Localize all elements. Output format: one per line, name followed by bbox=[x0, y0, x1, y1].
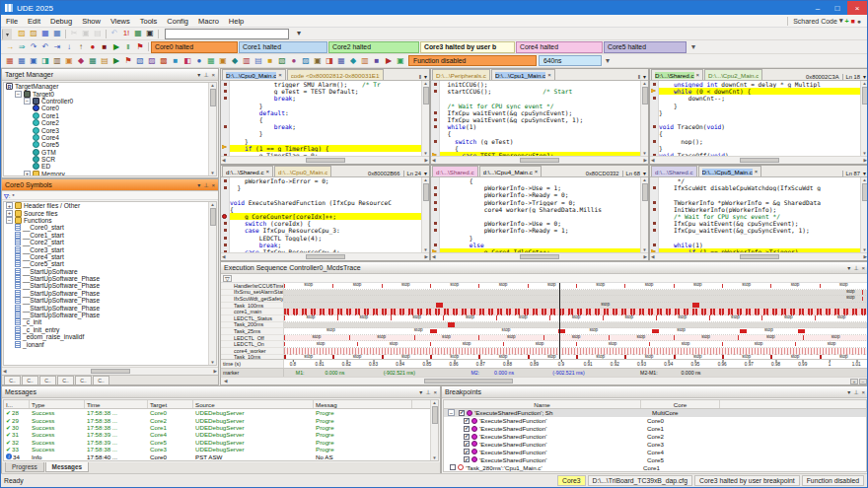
scroll-thumb[interactable] bbox=[740, 254, 779, 259]
tab-messages[interactable]: Messages bbox=[45, 462, 90, 472]
editor-tab[interactable]: D:\...\Cpu2_Main.c bbox=[704, 69, 762, 80]
close-icon[interactable]: × bbox=[755, 169, 759, 174]
breakpoint-gutter[interactable] bbox=[650, 103, 659, 109]
scroll-up-icon[interactable]: ▲ bbox=[862, 81, 866, 86]
editor-tab[interactable]: D:\...\Cpu1_Main.c× bbox=[491, 69, 555, 80]
toolbar-icon-9[interactable]: ▶ bbox=[110, 55, 122, 66]
scroll-right-icon[interactable]: ▶ bbox=[864, 254, 867, 259]
tree-item[interactable]: __StartUpSoftware_Phase bbox=[4, 282, 216, 289]
trace-row[interactable]: Task_25msstopstopstopstopstopstop bbox=[221, 328, 868, 335]
toolbar-overflow-icon[interactable]: ▾ bbox=[602, 55, 614, 66]
code-line[interactable]: break; bbox=[221, 242, 421, 248]
toolbar-icon-0[interactable]: ▦ bbox=[4, 55, 16, 66]
breakpoint-gutter[interactable] bbox=[650, 130, 659, 137]
code-line[interactable]: core4_worker(g_SharedData.Millis bbox=[431, 206, 640, 213]
editor-tab[interactable]: d:\...\Shared.c bbox=[651, 166, 697, 176]
tree-item[interactable]: +Memory bbox=[4, 171, 216, 176]
editor-tab[interactable]: d:\...\Shared.c× bbox=[222, 166, 273, 176]
scroll-thumb[interactable] bbox=[306, 158, 345, 163]
code-line[interactable]: trigger_SMU_Alarm(); /* Tr bbox=[221, 81, 421, 88]
tree-expander[interactable]: + bbox=[6, 202, 13, 209]
split-handle-icon[interactable]: ‖ bbox=[638, 74, 640, 80]
editor-hscrollbar[interactable]: ◀▶ bbox=[650, 252, 868, 260]
code-line[interactable]: InitWorkerInfo(pWorkerInfo); bbox=[650, 206, 860, 213]
breakpoint-gutter[interactable] bbox=[221, 227, 230, 234]
toolbar-icon-11[interactable]: ⚑ bbox=[134, 41, 146, 52]
scroll-right-icon[interactable]: ▶ bbox=[425, 254, 428, 259]
pin-icon[interactable]: ⊥ bbox=[203, 71, 208, 78]
tree-item[interactable]: _c_init_entry bbox=[4, 326, 216, 333]
breakpoint-gutter[interactable] bbox=[650, 220, 659, 227]
toolbar-combobox[interactable]: ▾ bbox=[165, 29, 289, 39]
trace-cursor[interactable] bbox=[559, 283, 560, 359]
toolbar-icon-6[interactable]: ◆ bbox=[75, 55, 87, 66]
toolbar-icon-25[interactable]: ▨ bbox=[300, 55, 312, 66]
editor-tab[interactable]: D:\...\Peripherals.c bbox=[432, 69, 490, 80]
close-icon[interactable]: × bbox=[211, 182, 215, 188]
tree-item[interactable]: −Functions bbox=[4, 217, 216, 224]
code-line[interactable]: } bbox=[650, 109, 860, 116]
scroll-left-icon[interactable]: ◀ bbox=[222, 158, 225, 163]
tree-item[interactable]: __Core4_start bbox=[4, 253, 216, 260]
column-header-core[interactable]: Core bbox=[641, 400, 720, 408]
toolbar-icon-0[interactable]: ▾ bbox=[293, 29, 305, 39]
scroll-thumb[interactable] bbox=[210, 208, 216, 226]
symbols-tab-2[interactable]: C.. bbox=[39, 376, 56, 384]
tree-item[interactable]: _ionanf bbox=[4, 340, 216, 347]
code-area[interactable]: trigger_SMU_Alarm(); /* Tr g_eTest = TES… bbox=[221, 81, 421, 156]
code-line[interactable]: } bbox=[221, 184, 421, 191]
scroll-thumb[interactable] bbox=[642, 87, 648, 105]
breakpoint-gutter[interactable] bbox=[221, 123, 230, 130]
editor-hscrollbar[interactable]: ◀▶ bbox=[431, 252, 648, 260]
editor-hscrollbar[interactable]: ◀▶ bbox=[221, 156, 429, 164]
toolbar-icon-5[interactable]: ↓ bbox=[63, 41, 75, 52]
editor-vscrollbar[interactable]: ▲▼ bbox=[640, 177, 648, 252]
toolbar-icon-10[interactable]: ‖ bbox=[122, 41, 134, 52]
toolbar-icon-33[interactable]: ▣ bbox=[395, 55, 406, 66]
tree-item[interactable]: SCR bbox=[4, 156, 216, 163]
breakpoint-gutter[interactable] bbox=[650, 95, 659, 102]
breakpoint-gutter[interactable] bbox=[650, 199, 659, 206]
breakpoint-gutter[interactable] bbox=[431, 103, 440, 109]
trace-row[interactable]: core1_main bbox=[221, 309, 868, 315]
toolbar-icon-13[interactable]: ▣ bbox=[144, 29, 156, 39]
editor-hscrollbar[interactable]: ◀▶ bbox=[431, 156, 648, 164]
trace-row-label[interactable]: IfxSmu_setAlarmStatus bbox=[221, 290, 284, 297]
code-line[interactable]: while (0 < downCnt) { bbox=[650, 88, 860, 95]
code-line[interactable]: /* Wait for CPU sync event */ bbox=[431, 103, 640, 109]
code-line[interactable]: } bbox=[221, 103, 421, 109]
column-header-name[interactable]: Name bbox=[444, 400, 641, 408]
toolbar-icon-6[interactable]: ✂ bbox=[68, 29, 80, 39]
breakpoint-row[interactable]: ✔'ExecuteSharedFunction'Core5 bbox=[444, 455, 866, 463]
breakpoint-gutter[interactable] bbox=[431, 242, 440, 248]
code-area[interactable]: { pWorkerInfo->Use = 1; pWorkerInfo->Rea… bbox=[431, 177, 640, 252]
toolbar-icon-15[interactable]: ◧ bbox=[181, 55, 193, 66]
trace-row-label[interactable]: LEDCTL_Off bbox=[221, 335, 284, 342]
tree-item[interactable]: ED bbox=[4, 163, 216, 170]
code-line[interactable]: IfxCpu_waitEvent(&g_cpuSyncEvent); bbox=[431, 109, 640, 116]
toolbar-icon-18[interactable]: ▣ bbox=[217, 55, 229, 66]
code-line[interactable]: unsigned int downCnt = delay * g_Multipl bbox=[650, 81, 860, 88]
toolbar-icon-1[interactable]: ⇒ bbox=[16, 41, 28, 52]
scroll-thumb[interactable] bbox=[306, 254, 345, 259]
breakpoint-gutter[interactable] bbox=[221, 191, 230, 198]
symbols-hscrollbar[interactable]: ◀ ▶ bbox=[2, 367, 218, 375]
tree-item[interactable]: GTM bbox=[4, 149, 216, 156]
close-icon[interactable]: × bbox=[433, 389, 437, 395]
chevron-down-icon[interactable]: ▾ bbox=[424, 74, 427, 80]
breakpoint-gutter[interactable] bbox=[221, 138, 230, 145]
code-line[interactable] bbox=[650, 191, 860, 198]
toolbar-icon-27[interactable]: ◨ bbox=[324, 55, 335, 66]
code-line[interactable]: } bbox=[650, 103, 860, 109]
editor-vscrollbar[interactable]: ▲▼ bbox=[421, 177, 429, 252]
breakpoint-gutter[interactable] bbox=[221, 145, 230, 152]
code-line[interactable]: { bbox=[221, 206, 421, 213]
column-header-messag[interactable]: Messag bbox=[314, 400, 412, 408]
zoom-in-button[interactable]: + bbox=[850, 379, 858, 384]
toolbar-icon-8[interactable]: ■ bbox=[99, 41, 110, 52]
scroll-up-icon[interactable]: ▲ bbox=[423, 81, 427, 86]
toolbar-icon-11[interactable]: ▧ bbox=[134, 55, 146, 66]
editor-vscrollbar[interactable]: ▲▼ bbox=[860, 177, 868, 252]
code-line[interactable] bbox=[221, 191, 421, 198]
trace-row-label[interactable]: Task_100ms bbox=[221, 303, 284, 310]
